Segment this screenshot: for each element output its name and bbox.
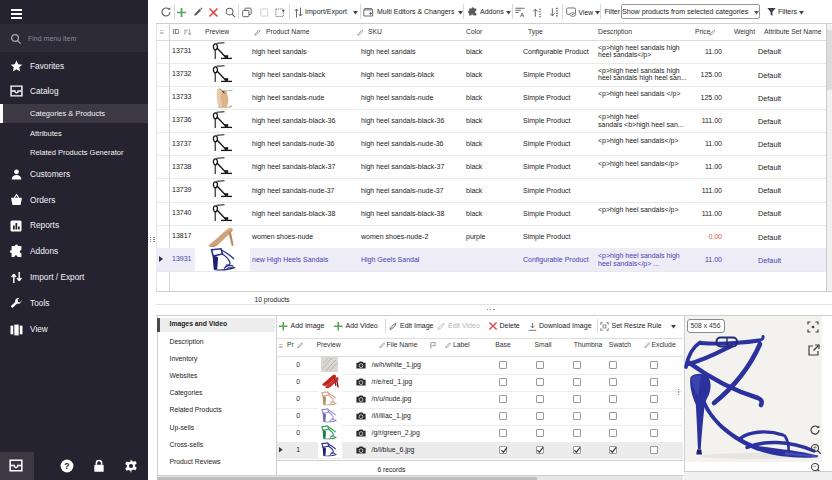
- svg-text:−: −: [813, 463, 817, 470]
- svg-text:?: ?: [64, 461, 69, 471]
- svg-text:+: +: [813, 444, 817, 451]
- svg-text:A: A: [520, 12, 525, 18]
